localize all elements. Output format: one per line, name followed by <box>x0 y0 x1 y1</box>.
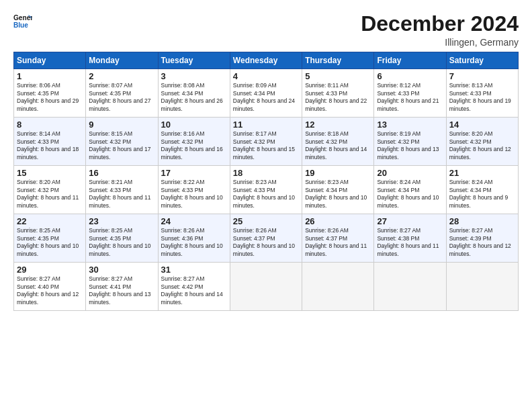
page: General Blue December 2024 Illingen, Ger… <box>0 0 532 318</box>
day-cell: 7 Sunrise: 8:13 AMSunset: 4:33 PMDayligh… <box>446 69 518 118</box>
day-number: 25 <box>233 216 299 226</box>
day-number: 22 <box>17 216 83 226</box>
day-number: 3 <box>161 71 227 81</box>
day-cell: 22 Sunrise: 8:25 AMSunset: 4:35 PMDaylig… <box>14 214 86 263</box>
day-number: 23 <box>89 216 154 226</box>
day-cell: 25 Sunrise: 8:26 AMSunset: 4:37 PMDaylig… <box>230 214 302 263</box>
day-info: Sunrise: 8:27 AMSunset: 4:42 PMDaylight:… <box>161 275 223 305</box>
day-info: Sunrise: 8:24 AMSunset: 4:34 PMDaylight:… <box>377 179 439 208</box>
day-cell: 6 Sunrise: 8:12 AMSunset: 4:33 PMDayligh… <box>374 69 446 118</box>
day-number: 31 <box>161 265 227 275</box>
day-cell: 9 Sunrise: 8:15 AMSunset: 4:32 PMDayligh… <box>86 118 158 166</box>
day-number: 9 <box>89 120 154 130</box>
day-info: Sunrise: 8:26 AMSunset: 4:37 PMDaylight:… <box>305 227 367 257</box>
day-cell: 18 Sunrise: 8:23 AMSunset: 4:33 PMDaylig… <box>230 166 302 214</box>
day-number: 29 <box>17 265 83 275</box>
day-info: Sunrise: 8:27 AMSunset: 4:38 PMDaylight:… <box>377 227 439 257</box>
day-number: 6 <box>377 71 443 81</box>
day-cell: 31 Sunrise: 8:27 AMSunset: 4:42 PMDaylig… <box>158 263 230 311</box>
day-cell: 27 Sunrise: 8:27 AMSunset: 4:38 PMDaylig… <box>374 214 446 263</box>
day-number: 13 <box>377 120 443 130</box>
day-info: Sunrise: 8:20 AMSunset: 4:32 PMDaylight:… <box>449 130 511 160</box>
month-title: December 2024 <box>361 12 519 36</box>
calendar-week: 22 Sunrise: 8:25 AMSunset: 4:35 PMDaylig… <box>14 214 519 263</box>
empty-cell <box>230 263 302 311</box>
col-friday: Friday <box>374 52 446 69</box>
day-cell: 1 Sunrise: 8:06 AMSunset: 4:35 PMDayligh… <box>14 69 86 118</box>
day-cell: 16 Sunrise: 8:21 AMSunset: 4:33 PMDaylig… <box>86 166 158 214</box>
day-cell: 11 Sunrise: 8:17 AMSunset: 4:32 PMDaylig… <box>230 118 302 166</box>
empty-cell <box>446 263 518 311</box>
day-info: Sunrise: 8:25 AMSunset: 4:35 PMDaylight:… <box>17 227 79 257</box>
day-info: Sunrise: 8:09 AMSunset: 4:34 PMDaylight:… <box>233 82 295 111</box>
day-number: 8 <box>17 120 83 130</box>
day-number: 10 <box>161 120 227 130</box>
day-cell: 2 Sunrise: 8:07 AMSunset: 4:35 PMDayligh… <box>86 69 158 118</box>
day-cell: 14 Sunrise: 8:20 AMSunset: 4:32 PMDaylig… <box>446 118 518 166</box>
logo-icon: General Blue <box>13 12 32 31</box>
day-number: 14 <box>449 120 515 130</box>
day-info: Sunrise: 8:14 AMSunset: 4:33 PMDaylight:… <box>17 130 79 160</box>
day-cell: 17 Sunrise: 8:22 AMSunset: 4:33 PMDaylig… <box>158 166 230 214</box>
day-number: 2 <box>89 71 154 81</box>
day-info: Sunrise: 8:08 AMSunset: 4:34 PMDaylight:… <box>161 82 223 111</box>
day-number: 4 <box>233 71 299 81</box>
day-cell: 5 Sunrise: 8:11 AMSunset: 4:33 PMDayligh… <box>302 69 374 118</box>
day-info: Sunrise: 8:19 AMSunset: 4:32 PMDaylight:… <box>377 130 439 160</box>
day-cell: 8 Sunrise: 8:14 AMSunset: 4:33 PMDayligh… <box>14 118 86 166</box>
day-cell: 23 Sunrise: 8:25 AMSunset: 4:35 PMDaylig… <box>86 214 158 263</box>
header: General Blue December 2024 Illingen, Ger… <box>13 12 519 48</box>
day-number: 11 <box>233 120 299 130</box>
col-monday: Monday <box>86 52 158 69</box>
day-cell: 30 Sunrise: 8:27 AMSunset: 4:41 PMDaylig… <box>86 263 158 311</box>
day-info: Sunrise: 8:21 AMSunset: 4:33 PMDaylight:… <box>89 179 150 208</box>
day-info: Sunrise: 8:24 AMSunset: 4:34 PMDaylight:… <box>449 179 508 208</box>
day-info: Sunrise: 8:16 AMSunset: 4:32 PMDaylight:… <box>161 130 223 160</box>
day-number: 27 <box>377 216 443 226</box>
col-wednesday: Wednesday <box>230 52 302 69</box>
day-cell: 24 Sunrise: 8:26 AMSunset: 4:36 PMDaylig… <box>158 214 230 263</box>
header-row: Sunday Monday Tuesday Wednesday Thursday… <box>14 52 519 69</box>
location-subtitle: Illingen, Germany <box>361 37 519 48</box>
day-info: Sunrise: 8:15 AMSunset: 4:32 PMDaylight:… <box>89 130 150 160</box>
svg-text:General: General <box>13 14 32 21</box>
calendar-week: 1 Sunrise: 8:06 AMSunset: 4:35 PMDayligh… <box>14 69 519 118</box>
day-number: 17 <box>161 168 227 178</box>
day-info: Sunrise: 8:25 AMSunset: 4:35 PMDaylight:… <box>89 227 150 257</box>
day-number: 28 <box>449 216 515 226</box>
day-number: 20 <box>377 168 443 178</box>
day-number: 5 <box>305 71 371 81</box>
day-cell: 12 Sunrise: 8:18 AMSunset: 4:32 PMDaylig… <box>302 118 374 166</box>
day-info: Sunrise: 8:27 AMSunset: 4:39 PMDaylight:… <box>449 227 511 257</box>
col-sunday: Sunday <box>14 52 86 69</box>
day-cell: 15 Sunrise: 8:20 AMSunset: 4:32 PMDaylig… <box>14 166 86 214</box>
calendar-week: 8 Sunrise: 8:14 AMSunset: 4:33 PMDayligh… <box>14 118 519 166</box>
day-number: 26 <box>305 216 371 226</box>
day-info: Sunrise: 8:27 AMSunset: 4:40 PMDaylight:… <box>17 275 79 305</box>
logo: General Blue <box>13 12 32 31</box>
day-info: Sunrise: 8:12 AMSunset: 4:33 PMDaylight:… <box>377 82 439 111</box>
day-info: Sunrise: 8:06 AMSunset: 4:35 PMDaylight:… <box>17 82 79 111</box>
day-number: 21 <box>449 168 515 178</box>
day-cell: 21 Sunrise: 8:24 AMSunset: 4:34 PMDaylig… <box>446 166 518 214</box>
empty-cell <box>374 263 446 311</box>
day-info: Sunrise: 8:17 AMSunset: 4:32 PMDaylight:… <box>233 130 295 160</box>
day-info: Sunrise: 8:22 AMSunset: 4:33 PMDaylight:… <box>161 179 223 208</box>
day-cell: 10 Sunrise: 8:16 AMSunset: 4:32 PMDaylig… <box>158 118 230 166</box>
day-number: 19 <box>305 168 371 178</box>
day-cell: 13 Sunrise: 8:19 AMSunset: 4:32 PMDaylig… <box>374 118 446 166</box>
day-info: Sunrise: 8:23 AMSunset: 4:34 PMDaylight:… <box>305 179 367 208</box>
day-number: 16 <box>89 168 154 178</box>
day-cell: 29 Sunrise: 8:27 AMSunset: 4:40 PMDaylig… <box>14 263 86 311</box>
day-number: 1 <box>17 71 83 81</box>
day-cell: 20 Sunrise: 8:24 AMSunset: 4:34 PMDaylig… <box>374 166 446 214</box>
day-info: Sunrise: 8:23 AMSunset: 4:33 PMDaylight:… <box>233 179 295 208</box>
col-thursday: Thursday <box>302 52 374 69</box>
day-info: Sunrise: 8:07 AMSunset: 4:35 PMDaylight:… <box>89 82 150 111</box>
day-info: Sunrise: 8:11 AMSunset: 4:33 PMDaylight:… <box>305 82 367 111</box>
calendar-table: Sunday Monday Tuesday Wednesday Thursday… <box>13 52 519 311</box>
calendar-week: 15 Sunrise: 8:20 AMSunset: 4:32 PMDaylig… <box>14 166 519 214</box>
col-saturday: Saturday <box>446 52 518 69</box>
day-cell: 19 Sunrise: 8:23 AMSunset: 4:34 PMDaylig… <box>302 166 374 214</box>
day-info: Sunrise: 8:26 AMSunset: 4:36 PMDaylight:… <box>161 227 223 257</box>
